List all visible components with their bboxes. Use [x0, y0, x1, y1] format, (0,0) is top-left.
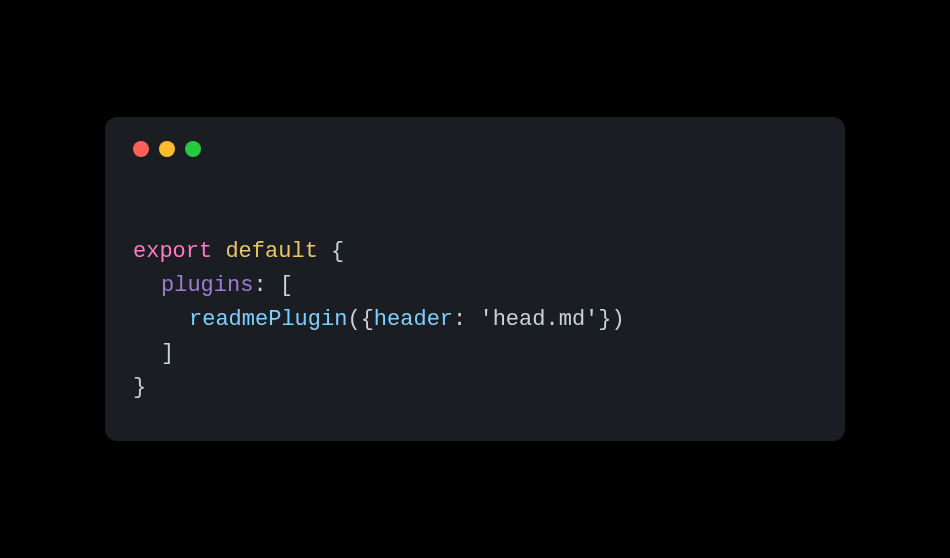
maximize-icon[interactable]	[185, 141, 201, 157]
colon: :	[253, 273, 279, 298]
minimize-icon[interactable]	[159, 141, 175, 157]
bracket-open: [	[280, 273, 293, 298]
string-literal: 'head.md'	[479, 307, 598, 332]
colon-inner: :	[453, 307, 479, 332]
keyword-default: default	[225, 239, 317, 264]
code-editor-window: export default { plugins: [ readmePlugin…	[105, 117, 845, 442]
brace-open: {	[331, 239, 344, 264]
paren-open: (	[347, 307, 360, 332]
code-block: export default { plugins: [ readmePlugin…	[133, 201, 817, 406]
bracket-close: ]	[161, 341, 174, 366]
property-plugins: plugins	[161, 273, 253, 298]
code-line-3: readmePlugin({header: 'head.md'})	[133, 307, 625, 332]
code-line-1: export default {	[133, 239, 344, 264]
window-controls	[133, 141, 817, 157]
code-line-2: plugins: [	[133, 273, 293, 298]
code-line-5: }	[133, 375, 146, 400]
close-icon[interactable]	[133, 141, 149, 157]
code-line-4: ]	[133, 341, 174, 366]
param-header: header	[374, 307, 453, 332]
function-call: readmePlugin	[189, 307, 347, 332]
paren-close: )	[612, 307, 625, 332]
brace-close: }	[133, 375, 146, 400]
brace-close-inner: }	[598, 307, 611, 332]
keyword-export: export	[133, 239, 212, 264]
brace-open-inner: {	[361, 307, 374, 332]
